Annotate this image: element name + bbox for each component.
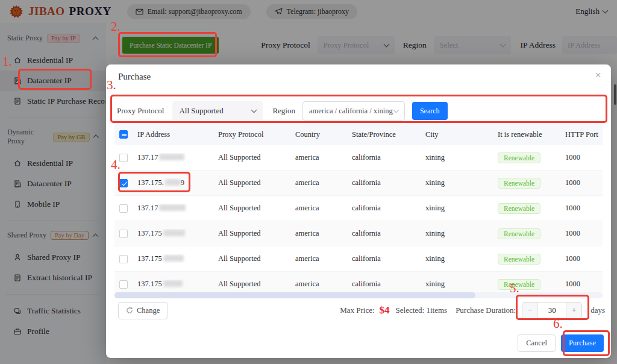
cell-state: california (352, 254, 425, 263)
cell-protocol: All Supported (218, 229, 295, 238)
renewable-badge: Renewable (498, 254, 540, 265)
cell-country: america (295, 178, 352, 187)
table-row: 137.17 All Supported america california … (114, 145, 603, 171)
cell-city: xining (425, 280, 498, 289)
table-header-row: IP Address Proxy Protocol Country State/… (114, 124, 603, 145)
redacted-ip-segment (163, 255, 184, 262)
row-checkbox[interactable] (119, 230, 128, 238)
cell-ip: 137.175 (137, 229, 218, 238)
cell-ip: 137.17 (137, 204, 218, 213)
cell-state: california (352, 280, 425, 289)
region-cascader-select[interactable]: america / california / xining (302, 101, 405, 121)
cell-ip: 137.175 (137, 280, 218, 289)
cell-country: america (295, 229, 352, 238)
col-http-port: HTTP Port (565, 130, 603, 139)
cell-port: 1000 (565, 254, 603, 263)
cell-country: america (295, 204, 352, 213)
cell-state: california (352, 178, 425, 187)
region-label: Region (272, 106, 295, 116)
row-checkbox-checked[interactable] (119, 179, 128, 187)
cell-protocol: All Supported (218, 254, 295, 263)
search-button[interactable]: Search (412, 102, 448, 120)
col-proxy-protocol: Proxy Protocol (218, 130, 295, 139)
region-value: america / california / xining (309, 107, 393, 116)
duration-value[interactable]: 30 (538, 303, 566, 318)
modal-action-buttons: Cancel Purchase (518, 334, 604, 352)
stepper-increase-button[interactable]: + (566, 303, 581, 318)
cell-country: america (295, 254, 352, 263)
change-button[interactable]: Change (118, 302, 168, 319)
row-checkbox[interactable] (119, 154, 128, 162)
cell-port: 1000 (565, 280, 603, 289)
cell-ip: 137.175.9 (137, 178, 218, 187)
refresh-icon (126, 307, 133, 314)
cancel-button[interactable]: Cancel (518, 334, 556, 352)
row-checkbox[interactable] (119, 204, 128, 213)
max-price-value: $4 (380, 304, 390, 316)
duration-stepper: − 30 + (522, 302, 582, 319)
days-label: days (590, 306, 605, 315)
purchase-duration-label: Purchase Duration: (456, 306, 516, 315)
col-country: Country (295, 130, 352, 139)
table-row: 137.175 All Supported america california… (114, 246, 603, 272)
max-price-label: Max Price: (340, 306, 374, 315)
col-ip-address: IP Address (137, 130, 218, 139)
modal-footer: Change Max Price: $4 Selected: 1items Pu… (118, 301, 605, 320)
cell-port: 1000 (565, 153, 603, 162)
redacted-ip-segment (159, 204, 186, 211)
proxy-protocol-value: All Supported (179, 106, 223, 116)
row-checkbox[interactable] (119, 280, 128, 289)
horizontal-scrollbar-thumb[interactable] (114, 292, 475, 298)
redacted-ip-segment (165, 179, 181, 186)
col-city: City (425, 130, 498, 139)
table-row: 137.175 All Supported america california… (114, 221, 603, 246)
cell-protocol: All Supported (218, 204, 295, 213)
renewable-badge: Renewable (498, 152, 540, 163)
cell-ip: 137.175 (137, 254, 218, 263)
cell-protocol: All Supported (218, 178, 295, 187)
chevron-down-icon (251, 107, 257, 113)
redacted-ip-segment (163, 280, 183, 287)
renewable-badge: Renewable (498, 228, 540, 239)
renewable-badge: Renewable (498, 279, 540, 290)
table-row: 137.17 All Supported america california … (114, 196, 603, 221)
renewable-badge: Renewable (498, 203, 540, 214)
cell-city: xining (425, 178, 498, 187)
cell-city: xining (425, 204, 498, 213)
close-icon[interactable]: × (595, 69, 601, 81)
cell-country: america (295, 153, 352, 162)
col-state-province: State/Province (352, 130, 425, 139)
stepper-decrease-button[interactable]: − (522, 303, 538, 318)
select-all-checkbox[interactable] (119, 130, 128, 139)
footer-summary: Max Price: $4 Selected: 1items Purchase … (340, 302, 605, 319)
cell-city: xining (425, 153, 498, 162)
horizontal-scrollbar-track[interactable] (114, 292, 603, 298)
cell-city: xining (425, 254, 498, 263)
row-checkbox[interactable] (119, 255, 128, 263)
cell-state: california (352, 153, 425, 162)
redacted-ip-segment (163, 230, 185, 236)
table-row: 137.175 All Supported america california… (114, 272, 603, 293)
cell-port: 1000 (565, 229, 603, 238)
cell-port: 1000 (565, 204, 603, 213)
cell-state: california (352, 204, 425, 213)
page-scrollbar-thumb[interactable] (614, 84, 616, 105)
modal-title: Purchase (118, 72, 151, 82)
proxy-protocol-label: Proxy Protocol (117, 106, 164, 116)
cell-protocol: All Supported (218, 153, 295, 162)
proxy-protocol-select[interactable]: All Supported (172, 101, 263, 121)
cell-state: california (352, 229, 425, 238)
cell-protocol: All Supported (218, 280, 295, 289)
chevron-down-icon (393, 107, 399, 113)
renewable-badge: Renewable (498, 178, 540, 189)
cell-ip: 137.17 (137, 153, 218, 162)
purchase-button[interactable]: Purchase (561, 334, 604, 352)
purchase-modal: Purchase × Proxy Protocol All Supported … (106, 64, 611, 358)
selected-count: Selected: 1items (396, 306, 448, 315)
redacted-ip-segment (159, 154, 184, 160)
ip-table: IP Address Proxy Protocol Country State/… (114, 124, 603, 293)
cell-country: america (295, 280, 352, 289)
table-row-selected: 137.175.9 All Supported america californ… (114, 171, 603, 196)
col-renewable: It is renewable (498, 130, 565, 139)
cell-city: xining (425, 229, 498, 238)
